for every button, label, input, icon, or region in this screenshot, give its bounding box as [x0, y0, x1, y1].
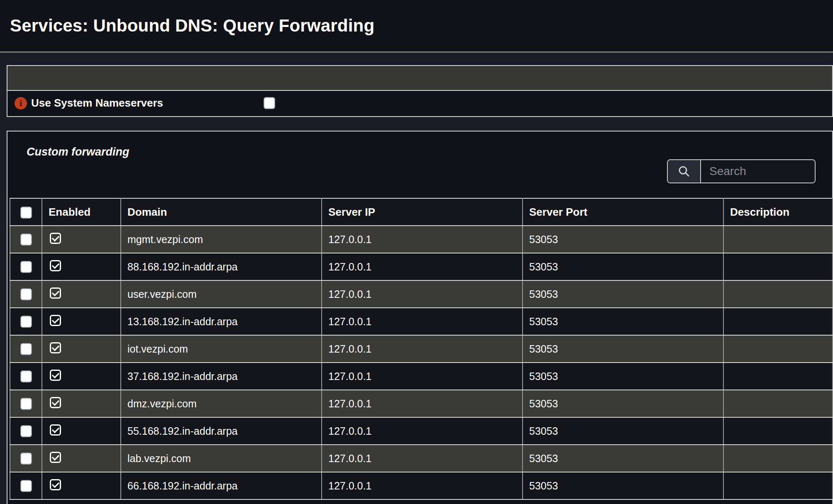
server-port-cell: 53053	[523, 226, 723, 253]
enabled-cell	[42, 445, 121, 472]
row-select-checkbox[interactable]	[20, 288, 32, 300]
enabled-cell	[42, 280, 121, 308]
enabled-cell	[42, 226, 121, 253]
domain-cell: user.vezpi.com	[121, 280, 322, 308]
server-ip-cell: 127.0.0.1	[322, 308, 523, 335]
domain-cell: 55.168.192.in-addr.arpa	[121, 417, 322, 445]
description-cell	[723, 472, 833, 499]
page-title: Services: Unbound DNS: Query Forwarding	[10, 16, 374, 36]
use-system-nameservers-label: Use System Nameservers	[31, 97, 163, 110]
enabled-checkbox[interactable]	[50, 479, 61, 490]
server-ip-cell: 127.0.0.1	[322, 472, 523, 499]
description-cell	[723, 226, 833, 253]
enabled-checkbox[interactable]	[50, 424, 61, 436]
description-cell	[723, 335, 833, 363]
row-select-checkbox[interactable]	[20, 343, 32, 355]
server-ip-cell: 127.0.0.1	[322, 363, 523, 390]
enabled-checkbox[interactable]	[50, 397, 61, 408]
row-select-cell	[10, 472, 42, 499]
table-row: 37.168.192.in-addr.arpa 127.0.0.1 53053	[10, 363, 833, 390]
server-ip-cell: 127.0.0.1	[322, 253, 523, 280]
domain-cell: 13.168.192.in-addr.arpa	[121, 308, 322, 335]
domain-cell: 66.168.192.in-addr.arpa	[121, 472, 322, 499]
enabled-checkbox[interactable]	[50, 233, 61, 244]
server-ip-cell: 127.0.0.1	[322, 390, 523, 417]
row-select-checkbox[interactable]	[20, 261, 32, 273]
table-row: 13.168.192.in-addr.arpa 127.0.0.1 53053	[10, 308, 833, 335]
enabled-checkbox[interactable]	[50, 342, 61, 353]
nameservers-panel: i Use System Nameservers	[7, 65, 833, 117]
server-port-cell: 53053	[523, 390, 723, 417]
enabled-cell	[42, 308, 121, 335]
row-select-cell	[10, 363, 42, 390]
custom-forwarding-heading: Custom forwarding	[27, 146, 832, 158]
col-header-domain: Domain	[121, 198, 322, 226]
enabled-checkbox[interactable]	[50, 452, 61, 463]
table-row: dmz.vezpi.com 127.0.0.1 53053	[10, 390, 833, 417]
content: i Use System Nameservers Custom forwardi…	[0, 65, 833, 504]
server-ip-cell: 127.0.0.1	[322, 226, 523, 253]
use-system-nameservers-checkbox[interactable]	[264, 97, 275, 109]
search-input[interactable]	[701, 160, 816, 183]
server-ip-cell: 127.0.0.1	[322, 445, 523, 472]
info-circle-icon[interactable]: i	[15, 97, 27, 110]
description-cell	[723, 308, 833, 335]
row-select-checkbox[interactable]	[20, 398, 32, 410]
search-group	[667, 159, 816, 183]
row-select-checkbox[interactable]	[20, 453, 32, 465]
enabled-checkbox[interactable]	[50, 315, 61, 326]
col-header-enabled: Enabled	[42, 198, 121, 226]
description-cell	[723, 390, 833, 417]
page-header: Services: Unbound DNS: Query Forwarding	[0, 0, 833, 53]
description-cell	[723, 253, 833, 280]
table-row: 88.168.192.in-addr.arpa 127.0.0.1 53053	[10, 253, 833, 280]
col-header-server-ip: Server IP	[322, 198, 523, 226]
server-port-cell: 53053	[523, 308, 723, 335]
domain-cell: mgmt.vezpi.com	[121, 226, 322, 253]
select-all-checkbox[interactable]	[20, 207, 32, 219]
domain-cell: iot.vezpi.com	[121, 335, 322, 363]
row-select-checkbox[interactable]	[20, 316, 32, 328]
enabled-cell	[42, 472, 121, 499]
row-select-cell	[10, 226, 42, 253]
select-all-header-cell	[10, 198, 42, 226]
custom-forwarding-panel: Custom forwarding Enabled	[7, 131, 833, 504]
enabled-cell	[42, 363, 121, 390]
domain-cell: dmz.vezpi.com	[121, 390, 322, 417]
row-select-checkbox[interactable]	[20, 234, 32, 246]
enabled-checkbox[interactable]	[50, 370, 61, 381]
row-select-checkbox[interactable]	[20, 480, 32, 492]
table-row: lab.vezpi.com 127.0.0.1 53053	[10, 445, 833, 472]
server-port-cell: 53053	[523, 363, 723, 390]
row-select-checkbox[interactable]	[20, 425, 32, 437]
search-addon[interactable]	[668, 160, 701, 183]
description-cell	[723, 280, 833, 308]
row-select-cell	[10, 390, 42, 417]
server-ip-cell: 127.0.0.1	[322, 417, 523, 445]
enabled-checkbox[interactable]	[50, 287, 61, 299]
description-cell	[723, 417, 833, 445]
enabled-cell	[42, 390, 121, 417]
table-row: user.vezpi.com 127.0.0.1 53053	[10, 280, 833, 308]
table-header-row: Enabled Domain Server IP Server Port Des…	[10, 198, 833, 226]
row-select-cell	[10, 253, 42, 280]
server-port-cell: 53053	[523, 253, 723, 280]
row-select-checkbox[interactable]	[20, 370, 32, 382]
server-port-cell: 53053	[523, 417, 723, 445]
table-row: mgmt.vezpi.com 127.0.0.1 53053	[10, 226, 833, 253]
domain-cell: 88.168.192.in-addr.arpa	[121, 253, 322, 280]
description-cell	[723, 445, 833, 472]
enabled-checkbox[interactable]	[50, 260, 61, 271]
nameservers-panel-header	[7, 66, 832, 91]
table-body: mgmt.vezpi.com 127.0.0.1 53053 88.168.19…	[10, 226, 833, 499]
table-row: 66.168.192.in-addr.arpa 127.0.0.1 53053	[10, 472, 833, 499]
domain-cell: lab.vezpi.com	[121, 445, 322, 472]
server-port-cell: 53053	[523, 445, 723, 472]
forwarding-table: Enabled Domain Server IP Server Port Des…	[10, 198, 833, 500]
server-ip-cell: 127.0.0.1	[322, 280, 523, 308]
enabled-cell	[42, 417, 121, 445]
col-header-server-port: Server Port	[523, 198, 723, 226]
enabled-cell	[42, 253, 121, 280]
row-select-cell	[10, 335, 42, 363]
table-row: 55.168.192.in-addr.arpa 127.0.0.1 53053	[10, 417, 833, 445]
